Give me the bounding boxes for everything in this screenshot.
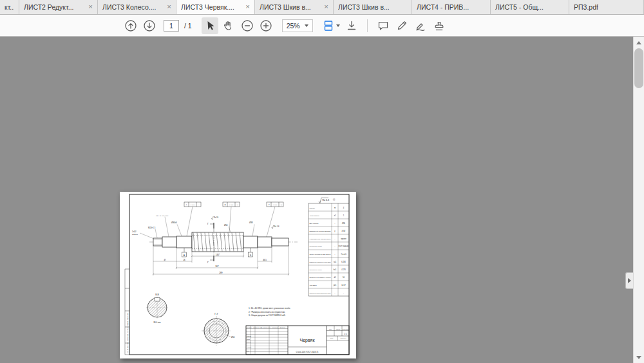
- page-number-input[interactable]: [164, 20, 179, 32]
- scroll-down-button[interactable]: [634, 352, 644, 362]
- page-display-button[interactable]: [321, 17, 341, 34]
- section-g-dim: Ø50: [231, 336, 235, 339]
- tb-row-label: Утв.: [247, 350, 249, 351]
- param-sym: m: [334, 207, 336, 209]
- stamp-button[interactable]: [431, 17, 448, 34]
- next-page-button[interactable]: [141, 17, 158, 34]
- close-icon[interactable]: ×: [321, 3, 328, 11]
- dim-right1: 46.5: [263, 259, 267, 261]
- note-line: 2. *Размеры обеспечить инструментом.: [249, 311, 285, 313]
- param-value: 4°34': [342, 230, 346, 232]
- note-line: 3. Общие допуски по ГОСТ 30893.2-mK.: [249, 314, 286, 317]
- ink-pen-icon: [414, 19, 427, 32]
- tab-label: кт...: [5, 3, 14, 11]
- param-value: -: [343, 292, 344, 294]
- zoom-out-button[interactable]: [239, 17, 256, 34]
- param-label: Степень точности по ГОСТ 3675-81: [310, 254, 332, 256]
- next-page-icon: [143, 19, 156, 32]
- fill-sign-button[interactable]: [393, 17, 410, 34]
- label-rz: Rz 20: [214, 216, 219, 219]
- roughness-suffix: (√): [333, 198, 335, 201]
- tab-list3-chervyak[interactable]: ЛИСТ3 Червяк....×: [176, 0, 255, 14]
- param-table-grid: [308, 203, 349, 296]
- tb-lit-label: Лит.: [329, 328, 332, 330]
- close-icon[interactable]: ×: [243, 3, 250, 11]
- param-value: 50: [343, 276, 345, 279]
- tab-label: РП3.pdf: [574, 3, 598, 11]
- acrobat-window: кт... ЛИСТ2 Редукт...× ЛИСТ3 Колесо....×…: [0, 0, 644, 363]
- dim-overall: 289: [219, 272, 223, 274]
- ink-signature-button[interactable]: [412, 17, 429, 34]
- select-tool-button[interactable]: [202, 17, 218, 34]
- param-label: Исходный червяк: [310, 246, 323, 248]
- dim-left1: 47: [164, 259, 166, 261]
- param-table: Модуль m 4 Число витков z1 1 Вид червяка…: [310, 207, 349, 294]
- param-label: Делительная толщина по хорде витка: [310, 261, 332, 263]
- general-roughness-mark: Ra 6.3 (√): [319, 198, 335, 203]
- cursor-icon: [204, 19, 216, 32]
- tab-list3-koleso[interactable]: ЛИСТ3 Колесо....×: [98, 0, 176, 14]
- param-sym: d1: [334, 276, 336, 279]
- label-dia-left: Ø30k6: [171, 221, 177, 224]
- param-value: 1: [343, 214, 345, 217]
- tolerance-frames: [184, 202, 283, 237]
- tab-partial[interactable]: кт...: [0, 0, 19, 14]
- fit-width-button[interactable]: [343, 17, 360, 34]
- dim-mid: 167: [215, 265, 219, 268]
- tab-list3-shkiv-2[interactable]: ЛИСТ3 Шкив в...: [334, 0, 412, 14]
- tab-label: ЛИСТ3 Червяк....: [181, 3, 234, 11]
- tab-rp3-pdf[interactable]: РП3.pdf: [569, 0, 644, 14]
- chevron-down-icon: [336, 24, 340, 27]
- panel-toggle-arrow[interactable]: [625, 272, 633, 289]
- triangle-up-icon: [636, 41, 641, 44]
- part-name: Червяк: [300, 338, 316, 343]
- gdt-value: 0.008: [191, 204, 195, 206]
- datum-letter-a: А: [184, 254, 185, 257]
- document-canvas[interactable]: Инв. № подл. Подп. и дата Взам. инв. № И…: [0, 37, 633, 363]
- previous-page-button[interactable]: [122, 17, 139, 34]
- scrollbar-thumb[interactable]: [634, 48, 643, 88]
- tab-label: ЛИСТ5 - Общ...: [495, 3, 544, 11]
- param-label: Ход витка: [310, 284, 317, 286]
- param-sym: sa1: [334, 261, 337, 263]
- chevron-right-icon: [628, 278, 631, 283]
- gdt-value: 0.008: [273, 204, 278, 206]
- param-sym: pz1: [334, 284, 337, 286]
- label-ra: Ra 1.6: [274, 225, 279, 228]
- comment-button[interactable]: [375, 17, 392, 34]
- tab-list5-obshchiy[interactable]: ЛИСТ5 - Общ...: [491, 0, 569, 14]
- param-value: 4.176: [341, 268, 346, 271]
- gdt-symbol: ⊥: [185, 203, 187, 206]
- zoom-level-dropdown[interactable]: 25%: [282, 19, 313, 32]
- side-strip-text: Инв. № подл. Подп. и дата Взам. инв. № И…: [127, 312, 128, 353]
- comment-icon: [377, 19, 390, 32]
- section-view-v: В-В R0.4 max: [146, 293, 168, 324]
- hand-tool-button[interactable]: [220, 17, 237, 34]
- param-sym: -: [335, 223, 336, 225]
- vertical-scrollbar[interactable]: [633, 37, 644, 363]
- close-icon[interactable]: ×: [86, 3, 93, 11]
- tab-list2-reduktor[interactable]: ЛИСТ2 Редукт...×: [19, 0, 98, 14]
- param-sym: -: [335, 254, 336, 256]
- triangle-down-icon: [636, 356, 641, 359]
- tab-label: ЛИСТ4 - ПРИВ...: [417, 3, 469, 11]
- drawing-sheet: Инв. № подл. Подп. и дата Взам. инв. № И…: [120, 192, 356, 358]
- document-area: Инв. № подл. Подп. и дата Взам. инв. № И…: [0, 37, 644, 363]
- zoom-in-button[interactable]: [258, 17, 274, 34]
- param-value: 6.284: [341, 261, 346, 263]
- tab-list3-shkiv-1[interactable]: ЛИСТ3 Шкив в...×: [255, 0, 334, 14]
- param-label: Модуль: [310, 207, 316, 209]
- label-thread: M24×1.5: [148, 227, 156, 229]
- gdt-value: 0.025: [229, 204, 234, 206]
- pen-icon: [395, 19, 408, 32]
- param-value: 7-в-в-С: [341, 253, 346, 256]
- param-sym: ha1: [334, 268, 337, 271]
- tab-label: ЛИСТ3 Шкив в...: [260, 3, 311, 11]
- close-icon[interactable]: ×: [164, 3, 171, 11]
- section-v-label: В-В: [155, 293, 159, 296]
- tab-list4-privod[interactable]: ЛИСТ4 - ПРИВ...: [412, 0, 491, 14]
- param-sym: -: [335, 292, 336, 294]
- scroll-up-button[interactable]: [634, 37, 644, 48]
- zoom-in-icon: [260, 19, 272, 32]
- section-v-dim: R0.4 max: [153, 321, 161, 324]
